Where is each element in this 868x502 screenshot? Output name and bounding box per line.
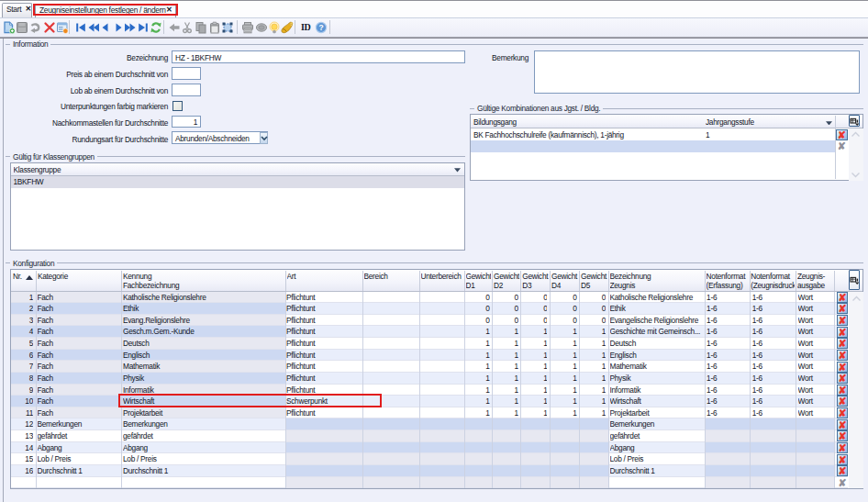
svg-text:?: ? (319, 23, 324, 32)
